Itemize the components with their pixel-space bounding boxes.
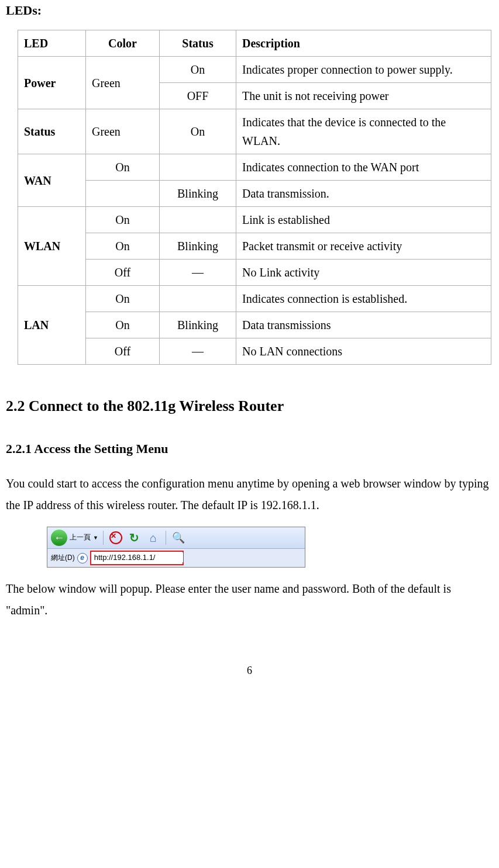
chevron-down-icon: ▼ xyxy=(93,534,98,542)
header-led: LED xyxy=(18,30,86,57)
cell-desc: Indicates connection is established. xyxy=(236,286,491,312)
address-label: 網址(D) xyxy=(51,552,75,563)
cell-color: On xyxy=(86,233,160,260)
cell-status: On xyxy=(160,109,236,154)
back-button[interactable]: ← 上一頁 ▼ xyxy=(51,530,98,546)
section-2-2-heading: 2.2 Connect to the 802.11g Wireless Rout… xyxy=(6,394,493,419)
cell-status: Blinking xyxy=(160,233,236,260)
back-button-label: 上一頁 xyxy=(70,532,91,543)
cell-status: Blinking xyxy=(160,312,236,338)
cell-color: Off xyxy=(86,260,160,286)
table-row: Off — No LAN connections xyxy=(18,338,491,365)
cell-color: Green xyxy=(86,109,160,154)
cell-status xyxy=(160,154,236,181)
paragraph-intro: You could start to access the configurat… xyxy=(6,473,493,516)
refresh-icon: ↻ xyxy=(129,528,139,547)
cell-desc: Link is established xyxy=(236,207,491,233)
browser-screenshot: ← 上一頁 ▼ ✕ ↻ ⌂ 🔍 網址(D) e xyxy=(47,527,305,568)
search-icon: 🔍 xyxy=(172,530,185,547)
refresh-button[interactable]: ↻ xyxy=(127,530,142,545)
table-row: Blinking Data transmission. xyxy=(18,181,491,207)
back-arrow-icon: ← xyxy=(51,530,67,546)
cell-color-power: Green xyxy=(86,57,160,109)
cell-color: On xyxy=(86,154,160,181)
header-status: Status xyxy=(160,30,236,57)
cell-desc: No Link activity xyxy=(236,260,491,286)
cell-desc: Data transmission. xyxy=(236,181,491,207)
cell-desc: Data transmissions xyxy=(236,312,491,338)
cell-color: On xyxy=(86,207,160,233)
cell-status: OFF xyxy=(160,83,236,109)
cell-desc: Indicates proper connection to power sup… xyxy=(236,57,491,83)
home-button[interactable]: ⌂ xyxy=(146,530,161,545)
cell-led-lan: LAN xyxy=(18,286,86,365)
search-button[interactable]: 🔍 xyxy=(171,530,186,545)
cell-desc: The unit is not receiving power xyxy=(236,83,491,109)
toolbar-separator xyxy=(166,531,166,545)
cell-desc: Indicates connection to the WAN port xyxy=(236,154,491,181)
address-bar-row: 網址(D) e xyxy=(47,549,305,567)
paragraph-login: The below window will popup. Please ente… xyxy=(6,578,493,621)
cell-status: Blinking xyxy=(160,181,236,207)
cell-status: — xyxy=(160,338,236,365)
section-2-2-1-heading: 2.2.1 Access the Setting Menu xyxy=(6,438,493,459)
cell-desc: Packet transmit or receive activity xyxy=(236,233,491,260)
table-header-row: LED Color Status Description xyxy=(18,30,491,57)
table-row: WLAN On Link is established xyxy=(18,207,491,233)
url-highlight-box xyxy=(90,551,184,565)
browser-toolbar: ← 上一頁 ▼ ✕ ↻ ⌂ 🔍 xyxy=(47,527,305,549)
table-row: WAN On Indicates connection to the WAN p… xyxy=(18,154,491,181)
table-row: Power Green On Indicates proper connecti… xyxy=(18,57,491,83)
ie-icon: e xyxy=(77,553,88,563)
table-row: Status Green On Indicates that the devic… xyxy=(18,109,491,154)
address-input[interactable] xyxy=(93,552,183,562)
cell-status: — xyxy=(160,260,236,286)
cell-status xyxy=(160,286,236,312)
stop-button[interactable]: ✕ xyxy=(108,530,123,545)
cell-led-wan: WAN xyxy=(18,154,86,207)
header-description: Description xyxy=(236,30,491,57)
cell-status xyxy=(160,207,236,233)
table-row: LAN On Indicates connection is establish… xyxy=(18,286,491,312)
cell-led-wlan: WLAN xyxy=(18,207,86,286)
header-color: Color xyxy=(86,30,160,57)
cell-led-status: Status xyxy=(18,109,86,154)
cell-desc: Indicates that the device is connected t… xyxy=(236,109,491,154)
cell-color: Off xyxy=(86,338,160,365)
cell-color: On xyxy=(86,312,160,338)
table-row: On Blinking Packet transmit or receive a… xyxy=(18,233,491,260)
table-row: On Blinking Data transmissions xyxy=(18,312,491,338)
cell-color: On xyxy=(86,286,160,312)
cell-desc: No LAN connections xyxy=(236,338,491,365)
page-number: 6 xyxy=(6,662,493,679)
leds-table: LED Color Status Description Power Green… xyxy=(18,30,491,365)
cell-led-power: Power xyxy=(18,57,86,109)
cell-color xyxy=(86,181,160,207)
stop-icon: ✕ xyxy=(109,531,122,544)
leds-heading: LEDs: xyxy=(6,0,493,20)
home-icon: ⌂ xyxy=(150,528,157,547)
toolbar-separator xyxy=(103,531,104,545)
table-row: Off — No Link activity xyxy=(18,260,491,286)
cell-status: On xyxy=(160,57,236,83)
